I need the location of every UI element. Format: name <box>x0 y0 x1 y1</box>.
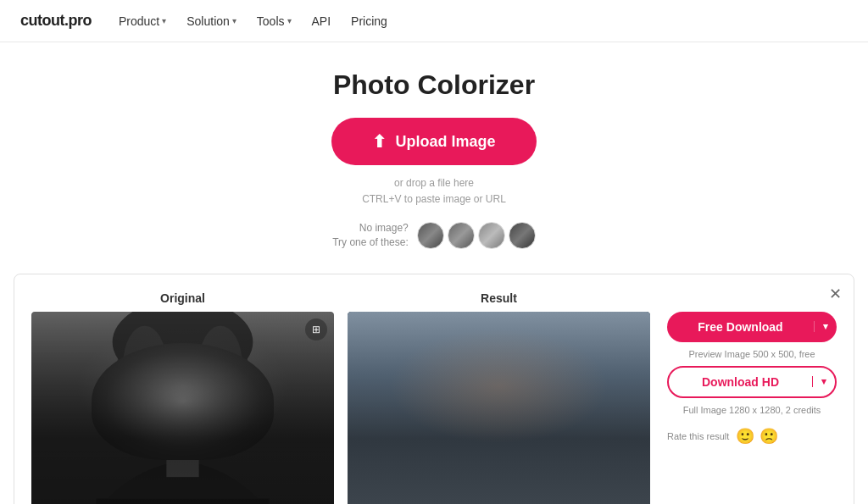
svg-point-10 <box>445 315 554 434</box>
rate-happy-icon[interactable]: 🙂 <box>736 427 754 446</box>
nav-item-tools[interactable]: Tools ▾ <box>257 14 292 28</box>
download-hd-button[interactable]: Download HD ▾ <box>667 366 837 398</box>
download-hd-label: Download HD <box>669 375 812 389</box>
rate-sad-icon[interactable]: 🙁 <box>760 427 778 446</box>
results-panel: ✕ Original <box>14 274 854 504</box>
original-image <box>31 312 334 504</box>
svg-point-11 <box>429 312 570 385</box>
svg-point-1 <box>113 312 253 472</box>
rate-icons: 🙂 🙁 <box>736 427 778 446</box>
logo[interactable]: cutout.pro <box>20 12 92 30</box>
original-image-wrapper: ⊞ <box>31 312 334 504</box>
actions-sidebar: Free Download ▾ Preview Image 500 x 500,… <box>667 291 837 504</box>
bw-portrait-svg <box>31 312 334 504</box>
nav-item-solution[interactable]: Solution ▾ <box>186 14 236 28</box>
svg-point-2 <box>129 315 237 434</box>
results-container: ✕ Original <box>0 274 868 504</box>
svg-point-14 <box>469 385 486 396</box>
result-label: Result <box>348 291 650 305</box>
result-image-wrapper <box>348 312 650 504</box>
sample-label: No image? Try one of these: <box>332 221 409 250</box>
free-download-chevron-icon: ▾ <box>814 321 837 332</box>
chevron-down-icon: ▾ <box>232 16 236 25</box>
svg-point-18 <box>477 463 520 480</box>
sample-thumb-1[interactable] <box>417 222 444 249</box>
color-portrait-svg <box>348 312 650 504</box>
nav-item-product[interactable]: Product ▾ <box>119 14 166 28</box>
drop-hint: or drop a file here CTRL+V to paste imag… <box>362 175 506 208</box>
svg-point-9 <box>429 312 570 472</box>
svg-rect-8 <box>348 312 650 504</box>
svg-point-13 <box>515 326 559 402</box>
result-column: Result <box>348 291 650 504</box>
svg-point-5 <box>199 326 242 402</box>
free-download-label: Free Download <box>667 320 814 334</box>
nav-item-api[interactable]: API <box>312 14 331 28</box>
sample-thumb-2[interactable] <box>448 222 475 249</box>
nav-item-pricing[interactable]: Pricing <box>351 14 387 28</box>
free-download-button[interactable]: Free Download ▾ <box>667 312 837 342</box>
original-column: Original <box>31 291 334 504</box>
svg-point-3 <box>113 312 253 385</box>
full-image-note: Full Image 1280 x 1280, 2 credits <box>667 405 837 415</box>
page-title: Photo Colorizer <box>333 69 535 101</box>
header: cutout.pro Product ▾ Solution ▾ Tools ▾ … <box>0 0 868 42</box>
preview-note: Preview Image 500 x 500, free <box>667 349 837 359</box>
close-button[interactable]: ✕ <box>829 286 842 302</box>
svg-rect-0 <box>31 312 334 504</box>
svg-point-4 <box>123 326 166 402</box>
svg-rect-17 <box>482 450 515 477</box>
sample-thumbnails <box>417 222 536 249</box>
image-pair: Original <box>31 291 650 504</box>
chevron-down-icon: ▾ <box>162 16 166 25</box>
chevron-down-icon: ▾ <box>287 16 292 25</box>
svg-rect-16 <box>413 499 586 504</box>
upload-image-button[interactable]: ⬆ Upload Image <box>331 118 536 165</box>
svg-rect-6 <box>97 499 270 504</box>
rate-label: Rate this result <box>667 431 729 441</box>
sample-section: No image? Try one of these: <box>332 221 536 250</box>
result-image <box>348 312 650 504</box>
main-content: Photo Colorizer ⬆ Upload Image or drop a… <box>0 42 868 504</box>
main-nav: Product ▾ Solution ▾ Tools ▾ API Pricing <box>119 14 387 28</box>
svg-rect-7 <box>166 450 198 477</box>
crop-icon[interactable]: ⊞ <box>305 318 327 341</box>
original-label: Original <box>31 291 334 305</box>
sample-thumb-4[interactable] <box>509 222 536 249</box>
sample-thumb-3[interactable] <box>478 222 505 249</box>
rate-section: Rate this result 🙂 🙁 <box>667 427 837 446</box>
svg-point-12 <box>439 326 482 402</box>
download-hd-chevron-icon: ▾ <box>812 376 835 387</box>
svg-point-15 <box>512 385 529 396</box>
upload-icon: ⬆ <box>372 131 387 152</box>
